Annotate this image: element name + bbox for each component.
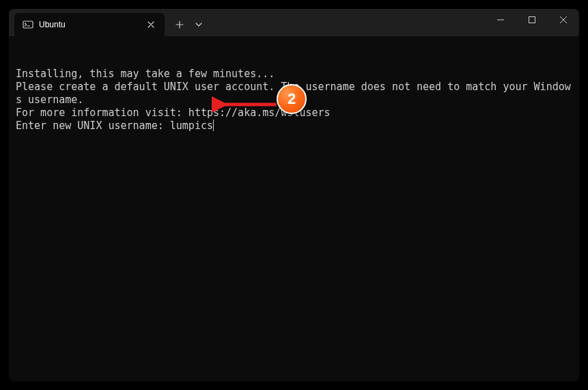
window-controls (485, 9, 579, 36)
close-window-button[interactable] (548, 9, 579, 31)
text-cursor (213, 120, 214, 131)
minimize-button[interactable] (485, 9, 516, 31)
new-tab-button[interactable] (169, 14, 191, 36)
username-input[interactable]: lumpics (170, 120, 213, 132)
ubuntu-icon (23, 19, 33, 30)
tab-ubuntu[interactable]: Ubuntu (14, 13, 165, 36)
tab-close-button[interactable] (144, 18, 158, 31)
terminal-output[interactable]: Installing, this may take a few minutes.… (9, 36, 579, 381)
maximize-button[interactable] (516, 9, 548, 31)
terminal-window: Ubuntu (9, 9, 579, 381)
terminal-line: Installing, this may take a few minutes.… (16, 68, 572, 81)
svg-rect-0 (23, 21, 33, 28)
svg-rect-3 (529, 17, 535, 23)
terminal-prompt: Enter new UNIX username: (16, 120, 170, 132)
titlebar: Ubuntu (9, 9, 579, 36)
terminal-line: For more information visit: https://aka.… (16, 107, 572, 120)
tab-title: Ubuntu (39, 20, 144, 29)
tab-dropdown-button[interactable] (191, 14, 207, 36)
terminal-line: Please create a default UNIX user accoun… (16, 81, 572, 107)
tab-actions (165, 13, 207, 36)
